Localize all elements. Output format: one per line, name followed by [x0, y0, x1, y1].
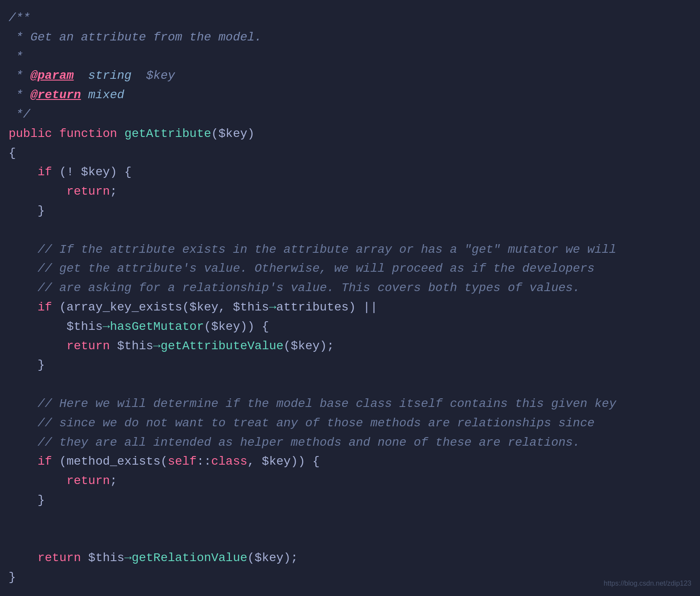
code-line [9, 221, 687, 240]
code-line: { [9, 144, 687, 163]
code-line: if (array_key_exists($key, $this→attribu… [9, 298, 687, 317]
code-line: } [9, 568, 687, 587]
code-line: * [9, 47, 687, 67]
code-token: * [9, 50, 23, 63]
code-token [52, 127, 59, 140]
code-token: $this [110, 339, 153, 353]
code-token: @param [30, 69, 74, 82]
code-token: (method_exists( [52, 455, 168, 468]
code-token: (array_key_exists($key, $this [52, 301, 269, 314]
code-token: ($key)) { [204, 320, 269, 333]
code-token: */ [9, 108, 30, 121]
code-token: mixed [88, 88, 124, 102]
code-token: // since we do not want to treat any of … [37, 416, 595, 430]
code-token: if [37, 165, 52, 179]
code-token: * Get an attribute [9, 31, 153, 44]
code-line: /** [9, 9, 687, 28]
code-line: if (! $key) { [9, 163, 687, 182]
code-token [117, 127, 124, 140]
code-token: $this [81, 551, 124, 565]
code-token: * [9, 88, 30, 102]
code-token: return [66, 339, 110, 353]
code-line: // Here we will determine if the model b… [9, 394, 687, 414]
code-token: } [9, 204, 45, 217]
code-token: return [66, 474, 110, 487]
code-token [9, 339, 66, 353]
code-line: return; [9, 182, 687, 202]
code-line [9, 530, 687, 549]
code-token: public [9, 127, 52, 140]
code-token: function [59, 127, 117, 140]
code-line: * Get an attribute from the model. [9, 28, 687, 47]
code-token [9, 185, 66, 198]
code-token [9, 243, 37, 256]
code-token: ($key); [284, 339, 335, 353]
code-line [9, 375, 687, 394]
code-token [9, 281, 37, 295]
code-token: (! $key) { [52, 165, 132, 179]
code-token: → [153, 339, 161, 353]
code-token: :: [197, 455, 211, 468]
code-line: public function getAttribute($key) [9, 124, 687, 144]
code-line: return $this→getRelationValue($key); [9, 549, 687, 568]
code-token: } [9, 358, 45, 372]
watermark: https://blog.csdn.net/zdip123 [604, 578, 691, 589]
code-token: from [153, 31, 182, 44]
code-token [81, 88, 88, 102]
code-token: ; [110, 185, 117, 198]
code-token [9, 165, 37, 179]
code-token: return [66, 185, 110, 198]
code-token [9, 474, 66, 487]
code-token [9, 262, 37, 275]
code-token: $this [9, 320, 102, 333]
code-line: // get the attribute's value. Otherwise,… [9, 259, 687, 279]
code-line: return $this→getAttributeValue($key); [9, 337, 687, 356]
code-token [9, 301, 37, 314]
code-token: → [124, 551, 132, 565]
code-token: if [37, 455, 52, 468]
code-token: ; [110, 474, 117, 487]
code-line: * @return mixed [9, 86, 687, 105]
code-token: , $key)) { [248, 455, 320, 468]
code-token: if [37, 301, 52, 314]
code-token: getRelationValue [132, 551, 248, 565]
code-token: // If the attribute exists in the attrib… [37, 243, 616, 256]
code-line: // since we do not want to treat any of … [9, 414, 687, 433]
code-token [9, 397, 37, 410]
code-token: // Here we will determine if the model b… [37, 397, 616, 410]
code-line: // are asking for a relationship's value… [9, 279, 687, 298]
code-line: */ [9, 105, 687, 124]
code-line: return; [9, 472, 687, 491]
code-token: → [102, 320, 110, 333]
code-token: hasGetMutator [110, 320, 204, 333]
code-token [9, 436, 37, 449]
code-token: @return [30, 88, 81, 102]
code-token [182, 31, 189, 44]
code-token [74, 69, 88, 82]
code-token: getAttributeValue [161, 339, 284, 353]
code-token: // get the attribute's value. Otherwise,… [37, 262, 595, 275]
code-token: // they are all intended as helper metho… [37, 436, 580, 449]
code-token [9, 551, 37, 565]
code-line: $this→hasGetMutator($key)) { [9, 317, 687, 337]
code-token [9, 416, 37, 430]
code-token: attributes) || [276, 301, 378, 314]
code-token: class [211, 455, 248, 468]
code-token: model. [211, 31, 262, 44]
code-token: * [9, 69, 30, 82]
code-line [9, 510, 687, 530]
code-token: // are asking for a relationship's value… [37, 281, 580, 295]
code-token: $key [132, 69, 175, 82]
code-line: } [9, 356, 687, 375]
code-token: return [37, 551, 81, 565]
code-block: /** * Get an attribute from the model. *… [0, 0, 700, 596]
code-line: // If the attribute exists in the attrib… [9, 240, 687, 260]
code-token: → [269, 301, 276, 314]
code-line: if (method_exists(self::class, $key)) { [9, 452, 687, 472]
code-token: ($key) [211, 127, 255, 140]
code-token: self [168, 455, 197, 468]
code-token: getAttribute [124, 127, 211, 140]
code-line: // they are all intended as helper metho… [9, 433, 687, 453]
code-token: /** [9, 11, 30, 25]
code-token [9, 455, 37, 468]
